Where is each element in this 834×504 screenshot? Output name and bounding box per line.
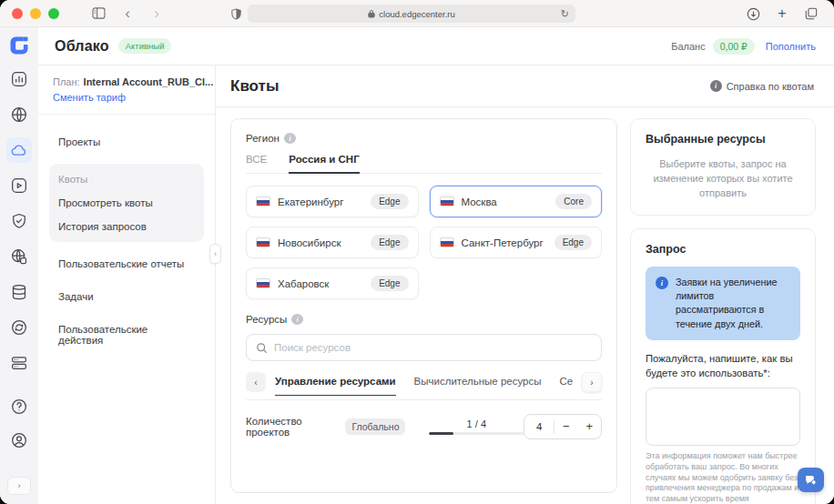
globe-nav-icon[interactable] (6, 102, 32, 127)
tab-russia-cis[interactable]: Россия и СНГ (289, 154, 359, 174)
window-controls (12, 8, 59, 19)
increment-button[interactable]: + (578, 415, 601, 438)
balance-value: 0,00 ₽ (713, 38, 755, 55)
region-type-badge: Edge (554, 235, 592, 250)
quota-value-input[interactable]: 4 (524, 421, 554, 432)
sidebar-item-tasks[interactable]: Задачи (49, 284, 204, 309)
region-card-novosibirsk[interactable]: Новосибирск Edge (246, 227, 419, 258)
back-button[interactable]: ‹ (117, 4, 137, 24)
sync-nav-icon[interactable] (6, 315, 32, 340)
resource-search (246, 334, 602, 361)
region-card-spb[interactable]: Санкт-Петербург Edge (430, 227, 603, 258)
region-type-badge: Edge (371, 194, 408, 209)
region-type-badge: Edge (371, 235, 408, 250)
minimize-window-button[interactable] (30, 8, 41, 19)
help-link-label: Справка по квотам (727, 81, 814, 92)
region-label: Регион (246, 133, 280, 144)
quota-scope-badge: Глобально (345, 418, 405, 435)
new-tab-button[interactable]: + (772, 4, 792, 24)
russia-flag-icon (256, 278, 270, 288)
selected-resources-empty: Выберите квоты, запрос на изменение кото… (646, 157, 800, 201)
region-card-moscow[interactable]: Москва Core (430, 186, 603, 217)
tab-all-regions[interactable]: ВСЕ (246, 154, 267, 173)
right-panel: Выбранные ресурсы Выберите квоты, запрос… (630, 118, 816, 504)
region-info-icon[interactable]: i (284, 133, 296, 144)
edgecenter-logo[interactable] (8, 35, 30, 56)
forward-button[interactable]: › (147, 4, 167, 24)
sidebar-toggle-icon[interactable] (88, 4, 108, 24)
resources-info-icon[interactable]: i (291, 314, 303, 325)
app-header: Облако Активный Баланс 0,00 ₽ Пополнить (38, 27, 834, 66)
quota-stepper: 4 − + (524, 414, 602, 439)
browser-chrome: ‹ › cloud.edgecenter.ru ↻ + (0, 0, 834, 27)
app-title: Облако (55, 38, 109, 55)
request-title: Запрос (646, 243, 800, 256)
sidebar-item-request-history[interactable]: История запросов (51, 215, 202, 238)
quota-name: Количество проектов (246, 416, 339, 438)
sidebar-item-custom-reports[interactable]: Пользовательские отчеты (49, 251, 204, 277)
profile-icon[interactable] (6, 428, 32, 453)
info-icon: i (710, 80, 722, 92)
region-grid: Екатеринбург Edge Москва Core (246, 186, 602, 299)
quota-progress-fill (429, 432, 453, 435)
page-title: Квоты (230, 77, 279, 96)
decrement-button[interactable]: − (554, 415, 577, 438)
sidebar-collapse-button[interactable]: ‹ (209, 244, 221, 264)
quotas-card: Регион i ВСЕ Россия и СНГ Екатеринбур (230, 118, 617, 493)
close-window-button[interactable] (12, 8, 23, 19)
change-plan-link[interactable]: Сменить тариф (53, 92, 202, 103)
chat-icon (803, 473, 819, 488)
downloads-button[interactable] (743, 4, 763, 24)
cdn-nav-icon[interactable] (6, 244, 32, 269)
streaming-nav-icon[interactable] (6, 173, 32, 198)
servers-nav-icon[interactable] (6, 350, 32, 376)
quota-usage: 1 / 4 (429, 418, 524, 435)
address-bar[interactable]: cloud.edgecenter.ru ↻ (248, 5, 575, 23)
tabs-scroll-right-button[interactable]: › (582, 372, 602, 392)
russia-flag-icon (440, 237, 454, 247)
analytics-nav-icon[interactable] (6, 66, 32, 92)
sidebar-item-view-quotas[interactable]: Просмотреть квоты (51, 191, 202, 215)
sidebar-item-user-actions[interactable]: Пользовательские действия (49, 317, 204, 353)
region-card-khabarovsk[interactable]: Хабаровск Edge (246, 267, 419, 299)
tab-network-services[interactable]: Сетевые сервисы (559, 376, 573, 396)
tabs-scroll-left-button[interactable]: ‹ (246, 372, 266, 392)
search-input[interactable] (274, 342, 592, 353)
tab-resource-management[interactable]: Управление ресурсами (275, 376, 396, 396)
rail-expand-button[interactable]: › (7, 477, 31, 495)
tab-compute-resources[interactable]: Вычислительные ресурсы (414, 376, 542, 396)
request-card: Запрос i Заявки на увеличение лимитов ра… (630, 228, 816, 504)
usage-help-text: Эта информация поможет нам быстрее обраб… (646, 451, 800, 504)
resources-label: Ресурсы (246, 314, 287, 325)
fullscreen-window-button[interactable] (48, 8, 59, 19)
search-icon (256, 342, 268, 354)
chat-support-button[interactable] (798, 468, 824, 492)
usage-textarea[interactable] (646, 388, 800, 446)
selected-resources-card: Выбранные ресурсы Выберите квоты, запрос… (630, 118, 816, 216)
russia-flag-icon (256, 197, 270, 207)
region-card-ekaterinburg[interactable]: Екатеринбург Edge (246, 186, 419, 217)
region-type-badge: Edge (371, 276, 408, 291)
request-info-banner: i Заявки на увеличение лимитов рассматри… (646, 267, 800, 340)
quota-row-projects: Количество проектов Глобально 1 / 4 4 (246, 414, 602, 439)
topup-link[interactable]: Пополнить (766, 41, 816, 52)
region-type-badge: Core (555, 194, 592, 209)
info-icon: i (656, 277, 668, 289)
sidebar: План: Internal Account_RUB_Cl... i Смени… (38, 66, 216, 504)
status-badge: Активный (118, 38, 172, 54)
sidebar-item-projects[interactable]: Проекты (49, 129, 204, 155)
tab-overview-button[interactable] (801, 4, 821, 24)
reload-button[interactable]: ↻ (561, 8, 569, 20)
help-icon[interactable] (6, 394, 32, 419)
quotas-group: Квоты Просмотреть квоты История запросов (49, 164, 204, 242)
database-nav-icon[interactable] (6, 279, 32, 305)
usage-textarea-label: Пожалуйста, напишите, как вы будете это … (646, 351, 800, 380)
request-info-text: Заявки на увеличение лимитов рассматрива… (676, 276, 790, 331)
security-nav-icon[interactable] (6, 208, 32, 234)
cloud-nav-icon[interactable] (6, 137, 32, 163)
lock-icon (368, 9, 375, 18)
product-rail: › (0, 27, 38, 504)
russia-flag-icon (440, 197, 454, 207)
privacy-shield-icon[interactable] (230, 8, 242, 20)
quotas-help-link[interactable]: i Справка по квотам (710, 80, 814, 92)
